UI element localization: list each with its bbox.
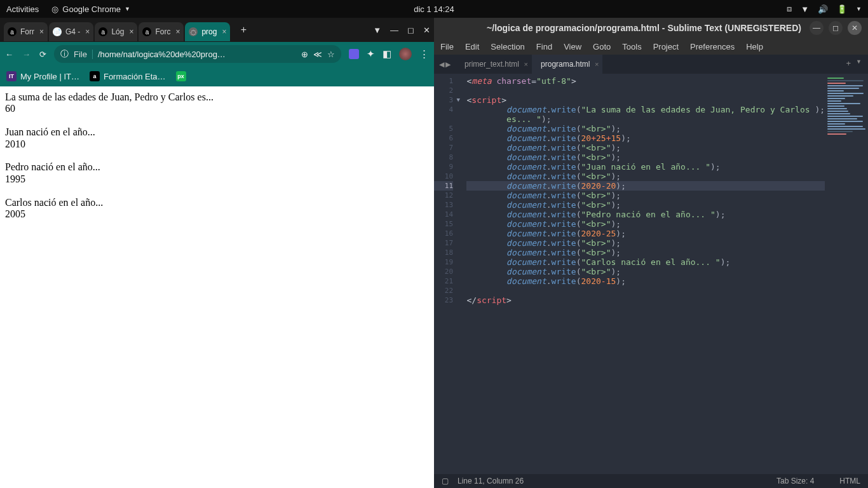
- new-tab-button[interactable]: +: [235, 22, 252, 38]
- status-position[interactable]: Line 11, Column 26: [458, 477, 524, 485]
- line-number[interactable]: 8: [434, 152, 453, 162]
- maximize-button[interactable]: ◻: [407, 25, 414, 35]
- menu-tools[interactable]: Tools: [622, 42, 641, 51]
- share-icon[interactable]: ≪: [313, 50, 322, 59]
- system-menu-icon[interactable]: ▼: [856, 6, 862, 12]
- editor-tab[interactable]: primer_text.html×: [456, 55, 532, 74]
- code-line[interactable]: document.write("<br>");: [466, 238, 825, 248]
- menu-selection[interactable]: Selection: [491, 42, 524, 51]
- line-number[interactable]: 21: [434, 276, 453, 286]
- browser-tab[interactable]: ◌prog×: [185, 22, 230, 41]
- app-switcher[interactable]: ◎ Google Chrome ▼: [51, 4, 130, 14]
- minimize-button[interactable]: —: [810, 21, 824, 35]
- tab-close-icon[interactable]: ×: [222, 27, 226, 36]
- editor-area[interactable]: 1234567891011121314151617181920212223 <m…: [434, 74, 868, 474]
- site-info-icon[interactable]: ⓘ: [60, 48, 69, 60]
- code-line[interactable]: document.write("<br>");: [466, 219, 825, 229]
- browser-tab[interactable]: aLóg×: [95, 22, 137, 41]
- wifi-icon[interactable]: ▼: [801, 4, 809, 14]
- menu-file[interactable]: File: [440, 42, 454, 51]
- line-number[interactable]: 10: [434, 172, 453, 181]
- tab-close-icon[interactable]: ×: [39, 27, 44, 36]
- bookmark-item[interactable]: aFormación Eta…: [90, 71, 166, 81]
- code-line[interactable]: document.write("<br>");: [466, 124, 825, 133]
- extensions-puzzle-icon[interactable]: ✦: [367, 48, 375, 60]
- line-number[interactable]: 7: [434, 143, 453, 152]
- code-line[interactable]: document.write(20+25+15);: [466, 133, 825, 143]
- chrome-menu-icon[interactable]: ⋮: [419, 48, 429, 60]
- line-number[interactable]: 20: [434, 267, 453, 276]
- code-line[interactable]: document.write("<br>");: [466, 152, 825, 162]
- minimap[interactable]: [825, 74, 868, 474]
- line-number[interactable]: 2: [434, 86, 453, 95]
- line-number[interactable]: 22: [434, 286, 453, 295]
- line-number[interactable]: 18: [434, 248, 453, 257]
- volume-icon[interactable]: 🔊: [818, 4, 828, 14]
- new-tab-icon[interactable]: +: [846, 58, 851, 68]
- tab-close-icon[interactable]: ×: [595, 60, 599, 68]
- bookmark-item[interactable]: ITMy Profile | IT…: [6, 71, 79, 81]
- status-tabsize[interactable]: Tab Size: 4: [776, 477, 814, 485]
- code-line[interactable]: document.write(2020-20);: [466, 181, 825, 191]
- status-language[interactable]: HTML: [839, 477, 860, 485]
- menu-project[interactable]: Project: [653, 42, 679, 51]
- side-panel-icon[interactable]: ◧: [383, 48, 391, 60]
- bookmark-star-icon[interactable]: ☆: [327, 50, 335, 59]
- menu-help[interactable]: Help: [746, 42, 763, 51]
- tab-close-icon[interactable]: ×: [175, 27, 180, 36]
- code-line[interactable]: document.write(2020-25);: [466, 229, 825, 238]
- code-line[interactable]: document.write("<br>");: [466, 267, 825, 276]
- code-line[interactable]: [466, 286, 825, 295]
- code-line[interactable]: es... ");: [466, 114, 825, 124]
- line-number[interactable]: 9: [434, 162, 453, 172]
- activities-button[interactable]: Activities: [6, 4, 39, 14]
- tab-close-icon[interactable]: ×: [524, 60, 528, 68]
- line-number[interactable]: 16: [434, 229, 453, 238]
- menu-view[interactable]: View: [564, 42, 581, 51]
- line-number[interactable]: 1: [434, 76, 453, 86]
- tab-search-icon[interactable]: ▼: [373, 25, 381, 35]
- code-line[interactable]: <script>: [466, 95, 825, 105]
- tab-close-icon[interactable]: ×: [85, 27, 90, 36]
- line-number[interactable]: 12: [434, 191, 453, 200]
- browser-tab[interactable]: aForr×: [4, 22, 48, 41]
- tab-nav-back-icon[interactable]: ◀: [439, 60, 444, 69]
- forward-button[interactable]: →: [22, 50, 31, 59]
- code-line[interactable]: </script>: [466, 295, 825, 305]
- browser-tab[interactable]: aForc×: [139, 22, 184, 41]
- code-line[interactable]: document.write("La suma de las edades de…: [466, 105, 825, 114]
- bookmark-item[interactable]: px: [176, 71, 186, 81]
- code-line[interactable]: document.write("<br>");: [466, 200, 825, 210]
- status-sidebar-icon[interactable]: ▢: [442, 477, 449, 485]
- editor-tab[interactable]: programa.html×: [532, 55, 602, 74]
- line-number[interactable]: 15: [434, 219, 453, 229]
- code-line[interactable]: document.write("<br>");: [466, 248, 825, 257]
- line-number[interactable]: 17: [434, 238, 453, 248]
- code-line[interactable]: document.write("Juan nació en el año... …: [466, 162, 825, 172]
- tab-nav-forward-icon[interactable]: ▶: [445, 60, 451, 69]
- line-number[interactable]: 11: [434, 181, 453, 191]
- maximize-button[interactable]: ◻: [829, 21, 843, 35]
- menu-find[interactable]: Find: [536, 42, 552, 51]
- code-line[interactable]: document.write("<br>");: [466, 143, 825, 152]
- minimize-button[interactable]: —: [390, 25, 398, 35]
- dropbox-icon[interactable]: ⧈: [787, 4, 792, 14]
- line-number[interactable]: 13: [434, 200, 453, 210]
- line-number[interactable]: 5: [434, 124, 453, 133]
- code-line[interactable]: document.write("Pedro nació en el año...…: [466, 210, 825, 219]
- extension-icon[interactable]: [349, 49, 359, 59]
- back-button[interactable]: ←: [5, 50, 13, 59]
- close-button[interactable]: ✕: [848, 21, 862, 35]
- code-line[interactable]: <meta charset="utf-8">: [466, 76, 825, 86]
- reload-button[interactable]: ⟳: [39, 50, 46, 59]
- tab-close-icon[interactable]: ×: [129, 27, 133, 36]
- fold-icon[interactable]: ▼: [456, 95, 459, 105]
- line-number[interactable]: 3: [434, 95, 453, 105]
- menu-edit[interactable]: Edit: [465, 42, 479, 51]
- translate-icon[interactable]: ⊕: [301, 50, 308, 59]
- menu-preferences[interactable]: Preferences: [690, 42, 735, 51]
- clock[interactable]: dic 1 14:24: [414, 4, 454, 14]
- menu-goto[interactable]: Goto: [593, 42, 611, 51]
- profile-avatar[interactable]: [399, 48, 412, 60]
- code-line[interactable]: [466, 86, 825, 95]
